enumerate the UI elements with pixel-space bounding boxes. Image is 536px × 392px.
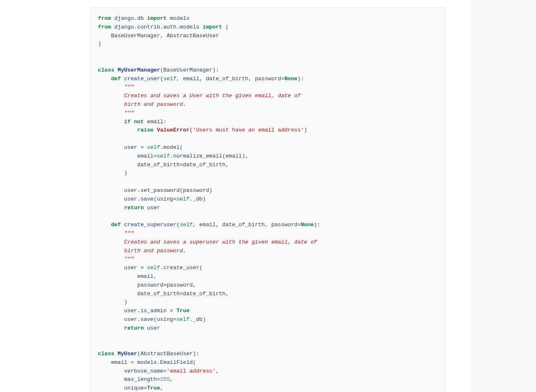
- function-name: create_user: [124, 76, 160, 82]
- class-bases: (AbstractBaseUser):: [137, 351, 199, 357]
- code-text: unique=: [98, 385, 147, 391]
- code-text: date_of_birth=date_of_birth,: [98, 291, 229, 297]
- keyword-not: not: [134, 119, 144, 125]
- class-bases: (BaseUserManager):: [160, 67, 219, 73]
- paren: ): [98, 41, 101, 47]
- docstring: """: [98, 84, 134, 90]
- code-text: password=password,: [98, 282, 196, 288]
- code-text: user =: [98, 144, 147, 151]
- keyword-class: class: [98, 351, 114, 357]
- code-text: verbose_name=: [98, 368, 167, 374]
- code-text: user =: [98, 265, 147, 271]
- self-ref: self: [176, 196, 190, 202]
- paren: ): [98, 170, 127, 176]
- keyword-raise: raise: [137, 127, 154, 133]
- paren: ): [304, 127, 307, 133]
- code-text: .normalize_email(email),: [170, 153, 248, 159]
- docstring: birth and password.: [98, 248, 186, 254]
- keyword-import: import: [147, 15, 167, 22]
- keyword-import: import: [202, 24, 222, 30]
- import-names: BaseUserManager, AbstractBaseUser: [98, 33, 219, 39]
- code-block: from django.db import models from django…: [90, 7, 445, 392]
- code-text: email = models.EmailField(: [98, 359, 196, 366]
- code-text: user.is_admin =: [98, 308, 176, 314]
- keyword-if: if: [124, 119, 131, 125]
- code-text: user.set_password(password): [98, 187, 212, 194]
- keyword-class: class: [98, 67, 114, 73]
- content-area: from django.db import models from django…: [0, 7, 471, 392]
- keyword-return: return: [124, 325, 143, 331]
- comma: ,: [216, 368, 219, 374]
- code-text: email,: [98, 273, 157, 280]
- string-literal: 'Users must have an email address': [193, 127, 304, 133]
- code-text: date_of_birth=date_of_birth,: [98, 162, 229, 168]
- return-value: user: [144, 325, 160, 331]
- paren: (: [226, 24, 229, 30]
- keyword-from: from: [98, 24, 111, 30]
- comma: ,: [160, 385, 163, 391]
- params: , email, date_of_birth, password=: [193, 222, 301, 228]
- condition: email:: [144, 119, 167, 125]
- module-name: django.db: [114, 15, 144, 22]
- class-name: MyUser: [118, 351, 137, 357]
- true-literal: True: [176, 308, 190, 314]
- def-end: ):: [314, 222, 320, 228]
- def-end: ):: [298, 76, 304, 82]
- module-name: django.contrib.auth.models: [114, 24, 200, 30]
- keyword-return: return: [124, 205, 143, 211]
- self-param: self: [180, 222, 193, 228]
- docstring: """: [98, 230, 134, 237]
- code-text: max_length=: [98, 376, 160, 382]
- code-text: .model(: [160, 144, 183, 151]
- self-ref: self: [176, 316, 190, 323]
- code-text: ._db): [190, 316, 206, 323]
- return-value: user: [144, 205, 160, 211]
- function-name: create_superuser: [124, 222, 176, 228]
- keyword-from: from: [98, 15, 111, 22]
- none-literal: None: [301, 222, 314, 228]
- docstring: Creates and saves a superuser with the g…: [98, 239, 317, 245]
- keyword-def: def: [111, 76, 121, 82]
- code-text: user.save(using=: [98, 196, 176, 202]
- code-text: ._db): [190, 196, 206, 202]
- code-text: email=: [98, 153, 157, 159]
- params: , email, date_of_birth, password=: [176, 76, 284, 82]
- docstring: """: [98, 256, 134, 262]
- import-name: models: [170, 15, 189, 22]
- right-sidebar: [471, 0, 536, 392]
- paren: ): [98, 299, 127, 305]
- true-literal: True: [147, 385, 160, 391]
- self-ref: self: [147, 144, 160, 151]
- comma: ,: [170, 376, 173, 382]
- none-literal: None: [284, 76, 298, 82]
- keyword-def: def: [111, 222, 121, 228]
- exception-name: ValueError: [157, 127, 189, 133]
- self-ref: self: [147, 265, 160, 271]
- self-param: self: [163, 76, 176, 82]
- docstring: Creates and saves a User with the given …: [98, 93, 301, 99]
- self-ref: self: [157, 153, 170, 159]
- code-text: user.save(using=: [98, 316, 176, 323]
- code-text: .create_user(: [160, 265, 202, 271]
- docstring: """: [98, 110, 134, 116]
- docstring: birth and password.: [98, 101, 186, 108]
- string-literal: 'email address': [167, 368, 216, 374]
- number-literal: 255: [160, 376, 170, 382]
- class-name: MyUserManager: [118, 67, 160, 73]
